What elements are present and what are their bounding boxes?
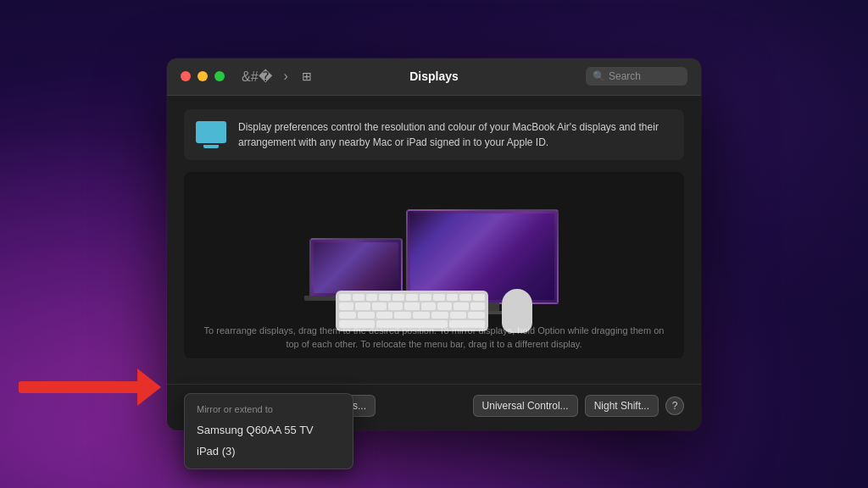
forward-button[interactable]: › [281,67,292,86]
display-preview-area: To rearrange displays, drag them to the … [184,172,684,358]
search-box[interactable]: 🔍 Search [586,67,687,86]
search-icon: 🔍 [593,70,605,82]
traffic-lights [181,71,225,81]
window-title: Displays [409,69,459,83]
bottom-bar: Add Display ▼ Display Settings... Univer… [167,384,701,430]
search-placeholder: Search [609,70,641,82]
back-button[interactable]: &#� [238,67,275,86]
help-button[interactable]: ? [665,396,684,415]
nav-buttons: &#� › [238,67,292,86]
add-display-dropdown: Mirror or extend to Samsung Q60AA 55 TV … [184,393,353,469]
dropdown-item-ipad[interactable]: iPad (3) [185,441,353,462]
pointer-arrow [19,369,161,406]
close-button[interactable] [181,71,191,81]
info-text: Display preferences control the resoluti… [238,119,672,150]
dropdown-section-label: Mirror or extend to [185,401,353,419]
minimize-button[interactable] [198,71,208,81]
system-preferences-window: &#� › ⊞ Displays 🔍 Search Display prefer… [167,58,701,430]
info-banner: Display preferences control the resoluti… [184,109,684,160]
universal-control-button[interactable]: Universal Control... [473,395,578,417]
grid-icon[interactable]: ⊞ [302,69,312,83]
night-shift-button[interactable]: Night Shift... [585,395,659,417]
maximize-button[interactable] [214,71,225,81]
titlebar: &#� › ⊞ Displays 🔍 Search [167,58,701,96]
content-area: Display preferences control the resoluti… [167,96,701,384]
display-icon [196,121,226,143]
dropdown-item-samsung[interactable]: Samsung Q60AA 55 TV [185,419,353,441]
hint-text: To rearrange displays, drag them to the … [201,324,667,352]
